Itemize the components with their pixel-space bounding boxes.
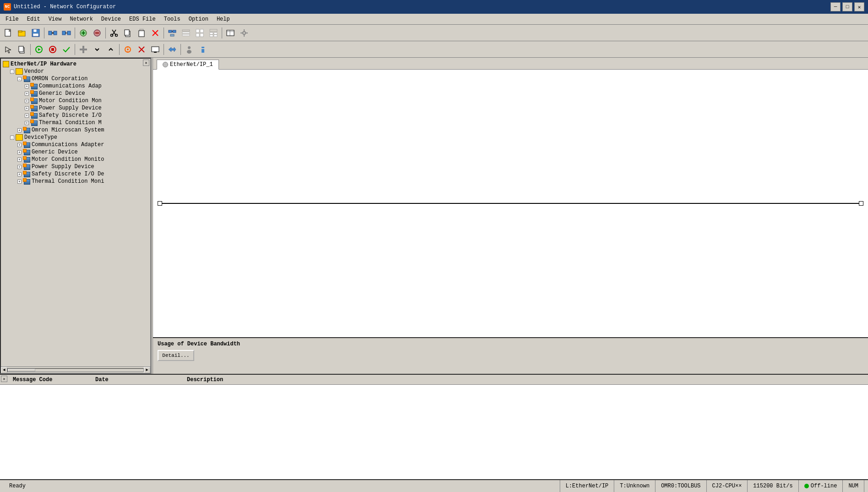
vendor-item[interactable]: - Vendor <box>10 68 143 75</box>
log-panel-close-button[interactable]: ✕ <box>1 376 7 382</box>
devicetype-item[interactable]: - DeviceType <box>10 134 143 141</box>
power-supply-item2[interactable]: + Power Supply Device <box>17 163 143 170</box>
title-bar-controls: ─ □ ✕ <box>830 2 864 11</box>
menu-device[interactable]: Device <box>98 15 125 23</box>
comm-expand1[interactable]: + <box>25 84 29 88</box>
new-button[interactable] <box>2 27 15 39</box>
omron-node: - OMRON Corporation + <box>10 75 143 126</box>
disconnect2-button[interactable] <box>135 43 148 56</box>
menu-view[interactable]: View <box>45 15 66 23</box>
connect-button[interactable] <box>46 27 59 39</box>
checkmark-tool[interactable] <box>60 43 73 56</box>
arrow-tool[interactable] <box>2 43 15 56</box>
svg-rect-43 <box>214 35 217 37</box>
open-button[interactable] <box>16 27 28 39</box>
separator5 <box>222 27 222 38</box>
detail-button[interactable]: Detail... <box>158 350 194 361</box>
menu-edit[interactable]: Edit <box>23 15 44 23</box>
microscan-expand[interactable]: + <box>17 128 22 132</box>
svg-rect-68 <box>154 52 157 53</box>
remove-device-button[interactable] <box>91 27 104 39</box>
motor-condition-item1[interactable]: + Motor Condition Mon <box>25 97 143 104</box>
safety-expand2[interactable]: + <box>17 172 22 176</box>
generic-device-item1[interactable]: + Generic Device <box>25 90 143 97</box>
generic-expand2[interactable]: + <box>17 150 22 154</box>
config-button[interactable] <box>238 27 251 39</box>
left-panel: ✕ EtherNet/IP Hardware - Vendor <box>0 58 151 374</box>
svg-rect-15 <box>82 33 85 33</box>
add-device-button[interactable] <box>77 27 90 39</box>
power-expand1[interactable]: + <box>25 106 29 110</box>
tab-ethernet-ip-1[interactable]: EtherNet/IP_1 <box>157 60 219 70</box>
comm-adapter-item2[interactable]: + Communications Adapter <box>17 141 143 148</box>
thermal-expand2[interactable]: + <box>17 180 22 184</box>
io-table-button[interactable] <box>224 27 237 39</box>
person-button[interactable] <box>183 43 196 56</box>
vendor-expand-icon[interactable]: - <box>10 70 14 74</box>
svg-rect-36 <box>200 29 203 33</box>
safety-expand1[interactable]: + <box>25 114 29 118</box>
menu-bar: File Edit View Network Device EDS File T… <box>0 14 868 25</box>
devicetype-node: - DeviceType + Communications Adapter <box>3 134 143 185</box>
log-content[interactable] <box>0 385 868 479</box>
transfer-button[interactable] <box>166 43 179 56</box>
go-offline[interactable] <box>46 43 59 56</box>
thermal-expand1[interactable]: + <box>25 121 29 125</box>
expand-tool[interactable] <box>91 43 104 56</box>
safety-discrete-item1[interactable]: + Safety Discrete I/O <box>25 112 143 119</box>
comm-adapter-item1[interactable]: + Communications Adap <box>25 82 143 90</box>
status-dot-icon <box>804 484 809 488</box>
microscan-item[interactable]: + Omron Microscan System <box>17 126 143 134</box>
motor-expand1[interactable]: + <box>25 99 29 103</box>
thermal-condition-item2[interactable]: + Thermal Condition Moni <box>17 178 143 185</box>
monitor-button[interactable] <box>149 43 162 56</box>
delete-button[interactable] <box>149 27 162 39</box>
close-button[interactable]: ✕ <box>854 2 864 11</box>
cross-tool[interactable] <box>77 43 90 56</box>
svg-rect-5 <box>33 33 38 36</box>
motor-expand2[interactable]: + <box>17 158 22 162</box>
paste-button[interactable] <box>135 27 148 39</box>
devicetype-expand[interactable]: - <box>10 136 14 140</box>
config2-button[interactable] <box>121 43 134 56</box>
vendor-label: Vendor <box>24 68 44 75</box>
tree-scrollbar-h[interactable]: ◄ ► <box>1 366 150 373</box>
menu-file[interactable]: File <box>2 15 22 23</box>
network-view-button[interactable] <box>166 27 179 39</box>
menu-option[interactable]: Option <box>185 15 212 23</box>
info-button[interactable] <box>197 43 209 56</box>
tree-root[interactable]: EtherNet/IP Hardware <box>3 60 143 68</box>
generic-expand1[interactable]: + <box>25 92 29 96</box>
safety-discrete-item2[interactable]: + Safety Discrete I/O De <box>17 170 143 178</box>
menu-tools[interactable]: Tools <box>160 15 184 23</box>
svg-rect-60 <box>80 49 87 50</box>
minimize-button[interactable]: ─ <box>830 2 841 11</box>
comm-expand2[interactable]: + <box>17 143 22 147</box>
devicetype-label: DeviceType <box>24 134 57 141</box>
power-expand2[interactable]: + <box>17 165 22 169</box>
svg-rect-64 <box>127 51 128 53</box>
collapse-tool[interactable] <box>104 43 117 56</box>
disconnect-button[interactable] <box>60 27 73 39</box>
left-panel-close-button[interactable]: ✕ <box>143 60 149 66</box>
cut-button[interactable] <box>108 27 120 39</box>
bus-left-endpoint <box>158 201 162 206</box>
menu-help[interactable]: Help <box>213 15 234 23</box>
motor-condition-item2[interactable]: + Motor Condition Monito <box>17 156 143 163</box>
menu-network[interactable]: Network <box>66 15 96 23</box>
menu-eds-file[interactable]: EDS File <box>126 15 159 23</box>
table-view-button[interactable] <box>193 27 206 39</box>
power-supply-item1[interactable]: + Power Supply Device <box>25 104 143 112</box>
thermal-condition-item1[interactable]: + Thermal Condition M <box>25 119 143 126</box>
generic-device-item2[interactable]: + Generic Device <box>17 148 143 156</box>
copy-button[interactable] <box>121 27 134 39</box>
omron-item[interactable]: - OMRON Corporation <box>17 75 143 82</box>
save-button[interactable] <box>29 27 42 39</box>
table-view2-button[interactable] <box>207 27 220 39</box>
omron-expand-icon[interactable]: - <box>17 77 22 81</box>
list-view-button[interactable] <box>180 27 192 39</box>
status-type: T:Unknown <box>614 480 655 492</box>
go-online[interactable] <box>33 43 45 56</box>
copy-tool[interactable] <box>16 43 28 56</box>
maximize-button[interactable]: □ <box>842 2 852 11</box>
